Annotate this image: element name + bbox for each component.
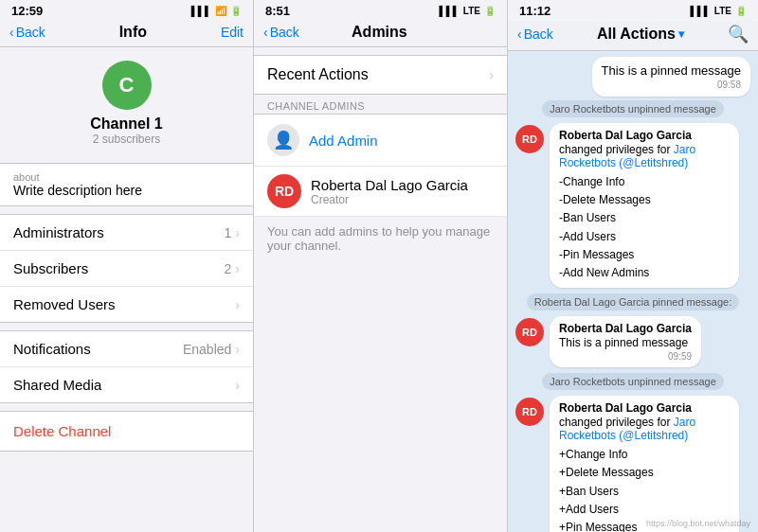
pinned-message-bubble: This is a pinned message 09:58	[592, 57, 750, 97]
action-bubble-1: Roberta Dal Lago Garcia changed privileg…	[550, 123, 739, 288]
back-button-2[interactable]: ‹ Back	[263, 25, 299, 40]
nav-title-1: Info	[119, 24, 147, 41]
time-1: 12:59	[11, 4, 43, 18]
chevron-back-icon-3: ‹	[517, 27, 522, 42]
person-add-icon: 👤	[273, 130, 294, 151]
action-time-2: 09:59	[559, 351, 692, 362]
watermark: https://blog.bot.net/whatday	[646, 519, 750, 528]
action-body-2: This is a pinned message	[559, 336, 692, 349]
subscribers-count: 2	[225, 261, 232, 276]
back-button-3[interactable]: ‹ Back	[517, 27, 553, 42]
about-row: about Write description here	[0, 164, 253, 205]
shared-media-right: ›	[235, 378, 240, 393]
action-avatar-3: RD	[515, 398, 544, 426]
status-icons-2: ▌▌▌ LTE 🔋	[440, 6, 496, 16]
battery-icon: 🔋	[230, 6, 242, 16]
action-privileges-1: RD Roberta Dal Lago Garcia changed privi…	[515, 123, 750, 288]
removed-users-row[interactable]: Removed Users ›	[0, 287, 253, 322]
lte-icon-2: LTE	[714, 6, 731, 16]
action-body-1: changed privileges for Jaro Rocketbots (…	[559, 143, 730, 169]
system-msg-pinned: Roberta Dal Lago Garcia pinned message:	[527, 293, 740, 310]
action-avatar-1: RD	[515, 125, 544, 153]
notifications-row[interactable]: Notifications Enabled ›	[0, 331, 253, 367]
admin-row[interactable]: Administrators 1 ›	[0, 215, 253, 251]
action-pinned-msg: RD Roberta Dal Lago Garcia This is a pin…	[515, 316, 750, 367]
time-2: 8:51	[265, 4, 290, 18]
chevron-icon-3: ›	[235, 297, 240, 312]
chevron-back-icon-2: ‹	[263, 25, 268, 40]
system-msg-unpinned-2: Jaro Rocketbots unpinned message	[542, 373, 724, 390]
notifications-status: Enabled	[183, 342, 231, 357]
action-bubble-3: Roberta Dal Lago Garcia changed privileg…	[550, 396, 739, 532]
status-icons-3: ▌▌▌ LTE 🔋	[691, 6, 747, 16]
channel-header: C Channel 1 2 subscribers	[0, 47, 253, 155]
shared-media-row[interactable]: Shared Media ›	[0, 367, 253, 402]
all-actions-title: All Actions ▾	[597, 26, 684, 43]
action-link-2: Jaro Rocketbots (@Letitshred)	[559, 416, 695, 442]
dropdown-icon[interactable]: ▾	[678, 27, 684, 41]
status-bar-2: 8:51 ▌▌▌ LTE 🔋	[254, 0, 507, 20]
shared-media-label: Shared Media	[13, 377, 101, 393]
nav-bar-3: ‹ Back All Actions ▾ 🔍	[508, 20, 758, 51]
status-icons-1: ▌▌▌ 📶 🔋	[191, 6, 242, 16]
admin-row-label: Administrators	[13, 224, 104, 240]
about-section: about Write description here	[0, 163, 253, 206]
notifications-label: Notifications	[13, 341, 91, 357]
edit-button[interactable]: Edit	[221, 25, 244, 40]
action-name-1: Roberta Dal Lago Garcia	[559, 129, 730, 142]
admin-count: 1	[225, 225, 232, 240]
action-name-2: Roberta Dal Lago Garcia	[559, 322, 692, 335]
signal-icon: ▌▌▌	[191, 6, 211, 16]
action-avatar-2: RD	[515, 318, 544, 346]
chevron-icon-2: ›	[235, 261, 240, 276]
nav-bar-1: ‹ Back Info Edit	[0, 20, 253, 47]
panel-info: 12:59 ▌▌▌ 📶 🔋 ‹ Back Info Edit C Channel…	[0, 0, 254, 532]
chevron-icon-6: ›	[489, 67, 494, 82]
pinned-message-text: This is a pinned message	[602, 63, 741, 78]
notifications-section: Notifications Enabled › Shared Media ›	[0, 330, 253, 403]
delete-channel-button[interactable]: Delete Channel	[0, 411, 253, 452]
nav-title-2: Admins	[352, 24, 407, 41]
signal-icon-3: ▌▌▌	[691, 6, 711, 16]
admin-name: Roberta Dal Lago Garcia	[311, 177, 468, 193]
subscribers-label: Subscribers	[13, 260, 88, 276]
panel-all-actions: 11:12 ▌▌▌ LTE 🔋 ‹ Back All Actions ▾ 🔍 T…	[508, 0, 758, 532]
admin-avatar: RD	[267, 174, 301, 208]
recent-actions-row[interactable]: Recent Actions ›	[254, 55, 507, 95]
action-list-1: -Change Info-Delete Messages-Ban Users-A…	[559, 173, 730, 282]
chevron-back-icon-1: ‹	[9, 25, 14, 40]
action-bubble-2: Roberta Dal Lago Garcia This is a pinned…	[550, 316, 701, 367]
add-admin-icon: 👤	[267, 124, 299, 156]
action-name-3: Roberta Dal Lago Garcia	[559, 401, 730, 415]
add-admin-label: Add Admin	[309, 133, 378, 149]
battery-icon-3: 🔋	[735, 6, 747, 16]
status-bar-3: 11:12 ▌▌▌ LTE 🔋	[508, 0, 758, 20]
about-label: about	[13, 171, 240, 183]
wifi-icon: 📶	[215, 6, 226, 16]
lte-icon: LTE	[463, 6, 480, 16]
chevron-icon-4: ›	[235, 342, 240, 357]
search-button[interactable]: 🔍	[728, 24, 749, 44]
signal-icon-2: ▌▌▌	[440, 6, 460, 16]
admin-row-right: 1 ›	[225, 225, 240, 240]
back-button-1[interactable]: ‹ Back	[9, 25, 45, 40]
notifications-right: Enabled ›	[183, 342, 240, 357]
admin-role: Creator	[311, 193, 468, 206]
time-3: 11:12	[519, 4, 550, 18]
subscribers-right: 2 ›	[225, 261, 240, 276]
chat-area: This is a pinned message 09:58 Jaro Rock…	[508, 51, 758, 532]
channel-subscribers: 2 subscribers	[93, 133, 160, 146]
admin-info: Roberta Dal Lago Garcia Creator	[311, 177, 468, 206]
action-body-3: changed privileges for Jaro Rocketbots (…	[559, 416, 730, 442]
about-value: Write description here	[13, 183, 240, 198]
chevron-icon-5: ›	[235, 378, 240, 393]
action-privileges-2: RD Roberta Dal Lago Garcia changed privi…	[515, 396, 750, 532]
info-rows-section: Administrators 1 › Subscribers 2 › Remov…	[0, 214, 253, 323]
subscribers-row[interactable]: Subscribers 2 ›	[0, 251, 253, 287]
pinned-message-time: 09:58	[602, 80, 741, 90]
admin-item[interactable]: RD Roberta Dal Lago Garcia Creator	[254, 167, 507, 217]
status-bar-1: 12:59 ▌▌▌ 📶 🔋	[0, 0, 253, 20]
channel-name: Channel 1	[90, 115, 162, 133]
add-admin-row[interactable]: 👤 Add Admin	[254, 114, 507, 167]
system-msg-unpinned-1: Jaro Rocketbots unpinned message	[542, 100, 724, 117]
